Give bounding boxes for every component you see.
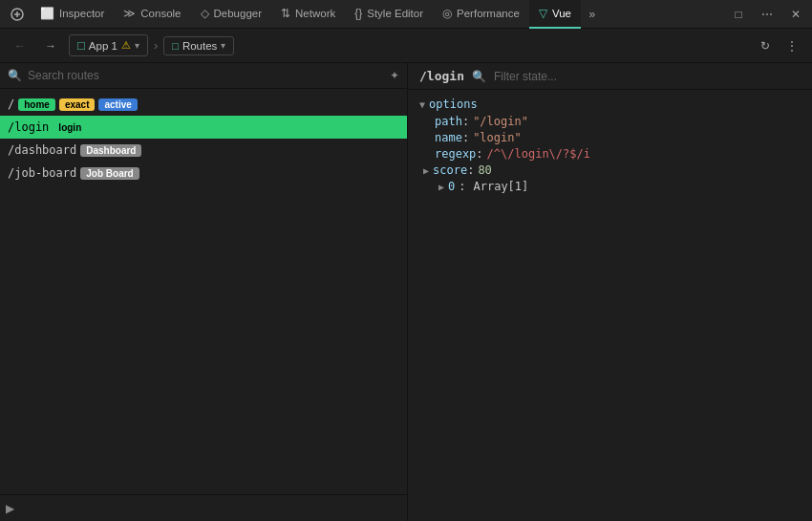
- refresh-button[interactable]: ↻: [753, 33, 778, 58]
- inspector-icon: ⬜: [40, 7, 54, 20]
- route-list: / home exact active /login login /dashbo…: [0, 89, 407, 494]
- score-colon: :: [467, 163, 474, 177]
- tab-performance-label: Performance: [457, 8, 520, 19]
- route-details: ▼ options path : "/login" name : "login"…: [408, 90, 812, 521]
- search-icon: 🔍: [8, 69, 22, 82]
- tab-debugger[interactable]: ◇ Debugger: [191, 0, 272, 29]
- tab-style-editor-label: Style Editor: [367, 8, 423, 19]
- route-item-dashboard[interactable]: /dashboard Dashboard: [0, 139, 407, 162]
- panel-toggle-icon[interactable]: ▶: [6, 502, 14, 515]
- route-item-login[interactable]: /login login: [0, 116, 407, 139]
- prop-name-key: name: [435, 131, 462, 144]
- tab-bar-left: ⬜ Inspector ≫ Console ◇ Debugger ⇅ Netwo…: [4, 0, 726, 29]
- prop-path-key: path: [435, 115, 462, 128]
- forward-button[interactable]: →: [38, 33, 63, 58]
- toolbar: ← → □ App 1 ⚠ ▾ › □ Routes ▾ ↻ ⋮: [0, 29, 812, 63]
- route-item-root[interactable]: / home exact active: [0, 93, 407, 116]
- array-value: Array[1]: [474, 180, 529, 193]
- tab-style-editor[interactable]: {} Style Editor: [345, 0, 433, 29]
- toolbar-more-button[interactable]: ⋮: [780, 33, 804, 58]
- left-bottom-toggle: ▶: [0, 494, 407, 521]
- score-triangle-icon: ▶: [423, 165, 429, 176]
- tab-vue[interactable]: ▽ Vue: [529, 0, 581, 29]
- search-bar: 🔍 ✦: [0, 63, 407, 89]
- array-item-row[interactable]: ▶ 0 : Array[1]: [419, 180, 801, 193]
- score-section-row[interactable]: ▶ score : 80: [419, 163, 801, 177]
- tab-network-label: Network: [295, 8, 335, 19]
- right-panel: /login 🔍 ▼ options path : "/login" name …: [408, 63, 812, 521]
- back-button[interactable]: ←: [8, 33, 32, 58]
- score-key: score: [433, 163, 467, 177]
- vue-icon: ▽: [539, 7, 547, 20]
- tab-inspector-label: Inspector: [59, 8, 104, 19]
- performance-icon: ◎: [442, 7, 452, 20]
- prop-path: path : "/login": [419, 115, 801, 128]
- options-section-header[interactable]: ▼ options: [419, 98, 801, 111]
- prop-path-colon: :: [462, 115, 469, 128]
- network-icon: ⇅: [281, 7, 290, 20]
- tab-debugger-label: Debugger: [214, 8, 263, 19]
- console-icon: ≫: [123, 7, 136, 20]
- app-icon: □: [77, 38, 85, 53]
- routes-icon: □: [172, 40, 179, 52]
- prop-name: name : "login": [419, 131, 801, 144]
- badge-dashboard: Dashboard: [80, 144, 141, 157]
- tab-console[interactable]: ≫ Console: [114, 0, 190, 29]
- prop-name-colon: :: [462, 131, 469, 144]
- devtools-icon: [4, 0, 31, 29]
- prop-regexp-key: regexp: [435, 147, 476, 161]
- style-editor-icon: {}: [354, 7, 362, 20]
- badge-active: active: [98, 98, 137, 111]
- back-icon: ←: [14, 39, 26, 53]
- route-item-job-board[interactable]: /job-board Job Board: [0, 162, 407, 185]
- prop-regexp-value: /^\/login\/?$/i: [487, 147, 590, 161]
- badge-login: login: [53, 121, 87, 134]
- filter-state-input[interactable]: [494, 70, 637, 83]
- routes-chevron-icon: ▾: [221, 40, 225, 51]
- search-input[interactable]: [28, 69, 384, 82]
- filter-state-icon: 🔍: [472, 70, 486, 83]
- right-header: /login 🔍: [408, 63, 812, 90]
- route-path-dashboard: /dashboard: [8, 143, 76, 157]
- toolbar-right-buttons: ↻ ⋮: [753, 33, 804, 58]
- array-colon: :: [459, 180, 465, 193]
- tab-network[interactable]: ⇅ Network: [271, 0, 345, 29]
- route-path-job-board: /job-board: [8, 166, 76, 180]
- badge-home: home: [18, 98, 55, 111]
- selected-route-title: /login: [419, 69, 464, 83]
- filter-icon[interactable]: ✦: [390, 69, 399, 82]
- array-index: 0: [448, 180, 455, 193]
- toolbar-more-icon: ⋮: [786, 39, 798, 53]
- more-options-icon: ⋯: [761, 8, 773, 21]
- prop-regexp-colon: :: [476, 147, 482, 161]
- dock-button[interactable]: □: [726, 2, 751, 27]
- routes-button[interactable]: □ Routes ▾: [163, 36, 234, 55]
- app-label: App 1: [89, 40, 118, 52]
- route-path-login: /login: [8, 120, 49, 134]
- tab-bar-right: □ ⋯ ✕: [726, 2, 808, 27]
- score-value: 80: [478, 163, 491, 177]
- options-triangle-icon: ▼: [419, 99, 425, 110]
- dock-icon: □: [735, 8, 741, 21]
- more-tabs-icon: »: [589, 8, 596, 21]
- options-section-label: options: [429, 98, 478, 111]
- prop-name-value: "login": [473, 131, 522, 144]
- badge-exact: exact: [59, 98, 96, 111]
- refresh-icon: ↻: [760, 39, 770, 53]
- tab-performance[interactable]: ◎ Performance: [433, 0, 529, 29]
- app-chevron-icon: ▾: [135, 40, 139, 51]
- more-tabs-button[interactable]: »: [581, 0, 604, 29]
- close-button[interactable]: ✕: [783, 2, 808, 27]
- tab-bar: ⬜ Inspector ≫ Console ◇ Debugger ⇅ Netwo…: [0, 0, 812, 29]
- more-options-button[interactable]: ⋯: [755, 2, 780, 27]
- tab-inspector[interactable]: ⬜ Inspector: [31, 0, 114, 29]
- prop-regexp: regexp : /^\/login\/?$/i: [419, 147, 801, 161]
- close-icon: ✕: [791, 8, 801, 21]
- main-content: 🔍 ✦ / home exact active /login login /da…: [0, 63, 812, 521]
- breadcrumb-sep: ›: [154, 38, 158, 53]
- badge-jobboard: Job Board: [80, 167, 139, 180]
- array-triangle-icon: ▶: [438, 182, 444, 192]
- app-selector[interactable]: □ App 1 ⚠ ▾: [69, 34, 148, 56]
- forward-icon: →: [45, 39, 56, 53]
- prop-path-value: "/login": [473, 115, 528, 128]
